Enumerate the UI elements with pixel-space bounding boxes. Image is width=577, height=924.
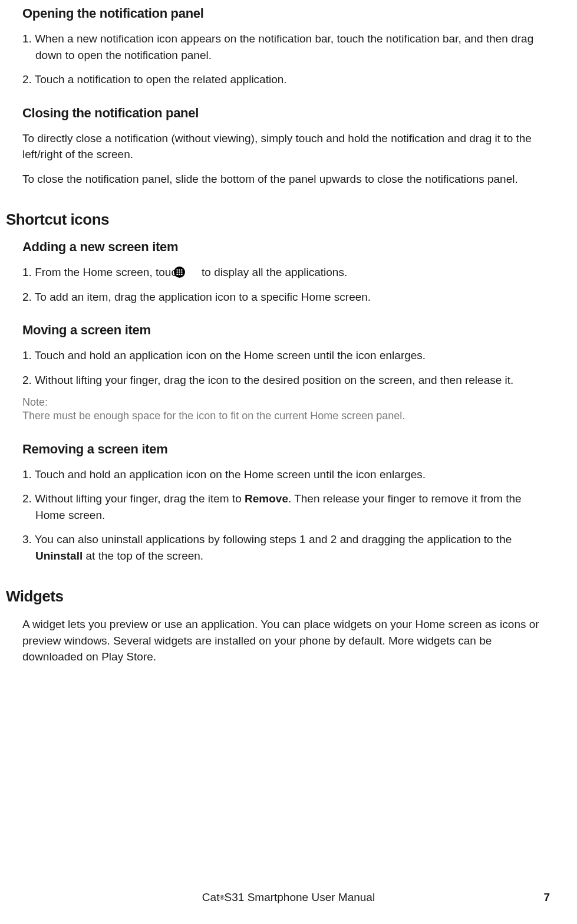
list-moving-steps: Touch and hold an application icon on th… <box>22 347 551 388</box>
list-opening-steps: When a new notification icon appears on … <box>22 31 551 88</box>
svg-point-8 <box>179 274 180 275</box>
footer: Cat® S31 Smartphone User Manual <box>0 891 577 904</box>
heading-shortcut-icons: Shortcut icons <box>6 211 551 229</box>
text: From the Home screen, touch <box>35 266 186 278</box>
heading-opening-notification-panel: Opening the notification panel <box>22 6 551 21</box>
list-item: Touch a notification to open the related… <box>22 71 551 88</box>
text: to display all the applications. <box>199 266 347 278</box>
paragraph: A widget lets you preview or use an appl… <box>22 616 551 665</box>
svg-point-4 <box>176 272 177 273</box>
list-item: When a new notification icon appears on … <box>22 31 551 63</box>
bold-uninstall: Uninstall <box>35 550 83 562</box>
heading-removing-screen-item: Removing a screen item <box>22 442 551 457</box>
heading-adding-screen-item: Adding a new screen item <box>22 239 551 255</box>
footer-brand-post: S31 Smartphone User Manual <box>225 891 375 904</box>
paragraph: To directly close a notification (withou… <box>22 130 551 163</box>
text: You can also uninstall applications by f… <box>35 533 512 545</box>
svg-point-6 <box>181 272 182 273</box>
list-item: To add an item, drag the application ico… <box>22 289 551 305</box>
paragraph: To close the notification panel, slide t… <box>22 171 551 188</box>
note-label: Note: <box>22 396 551 409</box>
svg-point-1 <box>176 269 177 271</box>
list-removing-steps: Touch and hold an application icon on th… <box>22 466 551 564</box>
footer-brand-pre: Cat <box>202 891 220 904</box>
list-item: Without lifting your finger, drag the it… <box>22 491 551 523</box>
svg-point-9 <box>181 274 182 275</box>
heading-closing-notification-panel: Closing the notification panel <box>22 106 551 121</box>
list-item: Without lifting your finger, drag the ic… <box>22 372 551 389</box>
svg-point-3 <box>181 269 182 271</box>
bold-remove: Remove <box>245 492 288 505</box>
footer-brand-sup: ® <box>219 894 224 901</box>
svg-point-7 <box>176 274 177 275</box>
list-item: From the Home screen, touch to display a… <box>22 264 551 281</box>
svg-point-5 <box>179 272 180 273</box>
heading-widgets: Widgets <box>6 587 551 606</box>
list-adding-steps: From the Home screen, touch to display a… <box>22 264 551 305</box>
note-body: There must be enough space for the icon … <box>22 409 551 423</box>
list-item: Touch and hold an application icon on th… <box>22 347 551 364</box>
text: Without lifting your finger, drag the it… <box>35 492 245 505</box>
list-item: Touch and hold an application icon on th… <box>22 466 551 483</box>
heading-moving-screen-item: Moving a screen item <box>22 323 551 338</box>
apps-grid-icon <box>187 266 198 277</box>
svg-point-2 <box>179 269 180 271</box>
page-number: 7 <box>543 891 550 904</box>
text: at the top of the screen. <box>83 550 203 562</box>
list-item: You can also uninstall applications by f… <box>22 531 551 564</box>
